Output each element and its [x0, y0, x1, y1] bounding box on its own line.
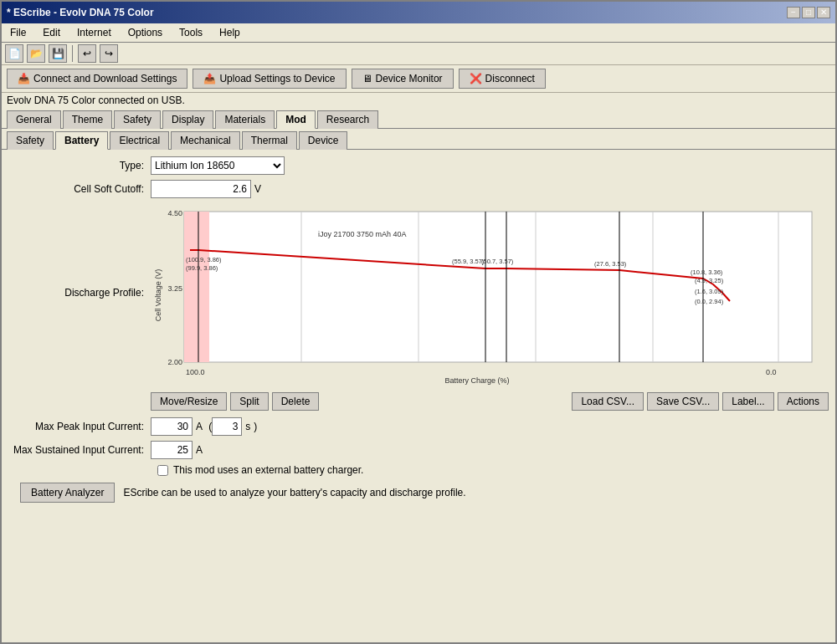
max-sustained-unit: A: [196, 444, 203, 456]
save-button[interactable]: 💾: [49, 44, 67, 63]
tab-safety-sub[interactable]: Safety: [7, 131, 54, 150]
external-charger-checkbox[interactable]: [157, 465, 168, 476]
tab-research[interactable]: Research: [317, 110, 378, 129]
svg-text:(27.6, 3.53): (27.6, 3.53): [594, 260, 627, 268]
minimize-button[interactable]: −: [787, 7, 800, 18]
svg-text:(55.9, 3.57): (55.9, 3.57): [452, 258, 485, 265]
move-resize-button[interactable]: Move/Resize: [151, 392, 227, 411]
svg-rect-1: [184, 212, 209, 362]
undo-button[interactable]: ↩: [78, 44, 96, 63]
tab-theme[interactable]: Theme: [63, 110, 112, 129]
chart-svg: 4.50 3.25 2.00 Cell Voltage (V) 100.0 0.…: [151, 203, 820, 387]
svg-text:3.25: 3.25: [167, 284, 182, 293]
upload-settings-button[interactable]: 📤 Upload Settings to Device: [193, 69, 346, 89]
max-peak-duration-input[interactable]: [212, 417, 242, 436]
status-bar: Evolv DNA 75 Color connected on USB.: [2, 93, 835, 108]
type-label: Type:: [8, 160, 151, 171]
new-button[interactable]: 📄: [5, 44, 23, 63]
max-sustained-label: Max Sustained Input Current:: [8, 444, 151, 456]
discharge-profile-row: Discharge Profile: 4.50 3.25 2.00: [8, 203, 829, 387]
max-peak-label: Max Peak Input Current:: [8, 421, 151, 432]
cell-soft-cutoff-unit: V: [254, 183, 261, 195]
menu-file[interactable]: File: [5, 25, 31, 40]
tab-device[interactable]: Device: [299, 131, 348, 150]
load-csv-button[interactable]: Load CSV...: [572, 392, 644, 411]
svg-rect-0: [184, 212, 812, 362]
cell-soft-cutoff-label: Cell Soft Cutoff:: [8, 183, 151, 195]
svg-text:(50.7, 3.57): (50.7, 3.57): [481, 258, 514, 265]
main-window: * EScribe - Evolv DNA 75 Color − □ ✕ Fil…: [0, 0, 837, 644]
external-charger-row: This mod uses an external battery charge…: [157, 464, 829, 476]
close-button[interactable]: ✕: [817, 7, 830, 18]
status-text: Evolv DNA 75 Color connected on USB.: [7, 95, 185, 106]
cell-soft-cutoff-input[interactable]: [151, 180, 251, 198]
svg-text:(1.6, 3.09): (1.6, 3.09): [695, 288, 724, 295]
menu-help[interactable]: Help: [214, 25, 245, 40]
max-peak-input[interactable]: [151, 417, 193, 436]
chart-buttons-row: Move/Resize Split Delete Load CSV... Sav…: [151, 392, 829, 411]
menu-options[interactable]: Options: [123, 25, 167, 40]
disconnect-icon: ❌: [470, 73, 482, 84]
max-sustained-input[interactable]: [151, 441, 193, 459]
connect-icon: 📥: [18, 73, 30, 84]
action-buttons: 📥 Connect and Download Settings 📤 Upload…: [2, 65, 835, 93]
tab-safety[interactable]: Safety: [114, 110, 161, 129]
svg-text:iJoy 21700 3750 mAh 40A: iJoy 21700 3750 mAh 40A: [318, 230, 407, 238]
device-monitor-button[interactable]: 🖥 Device Monitor: [352, 69, 454, 89]
tab-display[interactable]: Display: [162, 110, 213, 129]
disconnect-button[interactable]: ❌ Disconnect: [459, 69, 546, 89]
tab-mod[interactable]: Mod: [276, 110, 316, 129]
chart-right-buttons: Load CSV... Save CSV... Label... Actions: [572, 392, 829, 411]
close-paren: ): [254, 421, 257, 432]
menu-edit[interactable]: Edit: [38, 25, 65, 40]
connect-download-button[interactable]: 📥 Connect and Download Settings: [7, 69, 187, 89]
save-csv-button[interactable]: Save CSV...: [647, 392, 719, 411]
analyzer-row: Battery Analyzer EScribe can be used to …: [8, 483, 829, 503]
svg-text:(100.9, 3.86): (100.9, 3.86): [186, 256, 222, 263]
svg-text:Cell Voltage (V): Cell Voltage (V): [154, 269, 162, 322]
svg-text:(4.9, 3.25): (4.9, 3.25): [695, 277, 724, 284]
type-row: Type: Lithium Ion 18650: [8, 156, 829, 175]
sub-tabs: Safety Battery Electrical Mechanical The…: [2, 129, 835, 150]
toolbar-separator: [72, 45, 73, 62]
menu-bar: File Edit Internet Options Tools Help: [2, 23, 835, 43]
svg-text:(0.0, 2.94): (0.0, 2.94): [695, 298, 724, 305]
tab-thermal[interactable]: Thermal: [242, 131, 297, 150]
tab-mechanical[interactable]: Mechanical: [171, 131, 240, 150]
open-button[interactable]: 📂: [27, 44, 45, 63]
main-tabs: General Theme Safety Display Materials M…: [2, 108, 835, 129]
window-controls: − □ ✕: [787, 7, 830, 18]
svg-text:(99.9, 3.86): (99.9, 3.86): [186, 264, 218, 272]
delete-button[interactable]: Delete: [272, 392, 320, 411]
monitor-icon: 🖥: [362, 73, 372, 84]
redo-button[interactable]: ↪: [100, 44, 118, 63]
battery-type-select[interactable]: Lithium Ion 18650: [151, 156, 285, 175]
svg-text:2.00: 2.00: [167, 358, 182, 366]
title-bar: * EScribe - Evolv DNA 75 Color − □ ✕: [2, 2, 835, 23]
window-title: * EScribe - Evolv DNA 75 Color: [7, 7, 154, 18]
max-peak-duration-unit: s: [245, 421, 250, 432]
tab-electrical[interactable]: Electrical: [110, 131, 169, 150]
toolbar: 📄 📂 💾 ↩ ↪: [2, 43, 835, 65]
max-peak-unit: A: [196, 421, 203, 432]
split-button[interactable]: Split: [230, 392, 268, 411]
label-button[interactable]: Label...: [722, 392, 773, 411]
battery-analyzer-button[interactable]: Battery Analyzer: [20, 483, 115, 503]
actions-button[interactable]: Actions: [778, 392, 829, 411]
open-paren: (: [206, 421, 212, 432]
menu-tools[interactable]: Tools: [174, 25, 208, 40]
content-area: Type: Lithium Ion 18650 Cell Soft Cutoff…: [2, 150, 835, 642]
battery-analyzer-desc: EScribe can be used to analyze your batt…: [123, 487, 465, 498]
tab-materials[interactable]: Materials: [215, 110, 275, 129]
discharge-chart: 4.50 3.25 2.00 Cell Voltage (V) 100.0 0.…: [151, 203, 820, 387]
svg-text:0.0: 0.0: [766, 368, 777, 376]
svg-text:100.0: 100.0: [186, 368, 205, 376]
svg-text:Battery Charge (%): Battery Charge (%): [444, 376, 509, 385]
upload-icon: 📤: [203, 73, 216, 84]
tab-battery[interactable]: Battery: [55, 131, 108, 150]
cell-soft-cutoff-row: Cell Soft Cutoff: V: [8, 180, 829, 198]
restore-button[interactable]: □: [802, 7, 815, 18]
menu-internet[interactable]: Internet: [72, 25, 116, 40]
svg-text:(10.8, 3.36): (10.8, 3.36): [691, 268, 723, 276]
tab-general[interactable]: General: [7, 110, 61, 129]
